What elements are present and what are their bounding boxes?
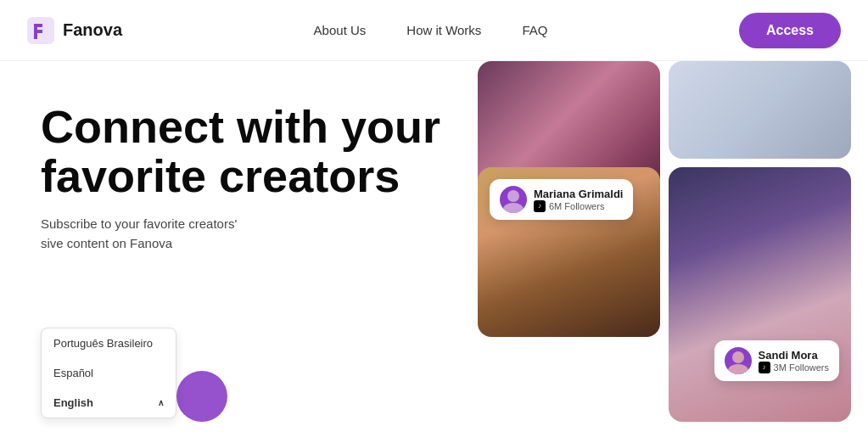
navbar: Fanova About Us How it Works FAQ Access [0,0,868,61]
creator-photo-2 [669,61,851,159]
hero-subtitle-2: sive content on Fanova [41,236,451,250]
creator-name-1: Mariana Grimaldi [534,188,623,200]
creator-info-card-1: Mariana Grimaldi ♪ 6M Followers [490,179,633,220]
fanova-logo-icon [27,17,54,44]
tiktok-icon-2: ♪ [759,362,770,373]
creator-image-1: Mariana Grimaldi ♪ 6M Followers [478,61,660,235]
hero-left: Connect with your favorite creators Subs… [0,61,478,432]
creator-followers-2: ♪ 3M Followers [759,362,829,373]
hero-section: Connect with your favorite creators Subs… [0,61,868,432]
nav-how-it-works[interactable]: How it Works [406,23,481,37]
svg-point-2 [503,203,524,213]
nav-about-us[interactable]: About Us [314,23,367,37]
lang-option-spanish[interactable]: Español [42,358,176,388]
nav-faq[interactable]: FAQ [522,23,547,37]
tiktok-icon-1: ♪ [534,200,546,212]
nav-links: About Us How it Works FAQ [314,23,548,37]
logo-text: Fanova [63,20,122,40]
hero-title: Connect with your favorite creators [41,102,451,201]
creator-details-1: Mariana Grimaldi ♪ 6M Followers [534,188,623,212]
creator-avatar-1 [500,186,527,213]
avatar-silhouette-2 [725,347,752,374]
decorative-circle [176,371,227,422]
creator-info-card-2: Sandi Mora ♪ 3M Followers [714,340,839,381]
creator-details-2: Sandi Mora ♪ 3M Followers [759,349,829,373]
hero-subtitle-1: Subscribe to your favorite creators' [41,216,451,231]
lang-option-portuguese[interactable]: Português Brasileiro [42,328,176,358]
chevron-up-icon: ∧ [158,398,164,407]
lang-option-english[interactable]: English ∧ [42,388,176,418]
svg-point-3 [732,351,744,363]
creator-image-2 [669,61,851,159]
svg-point-1 [507,190,519,202]
svg-point-4 [728,364,748,374]
logo-group: Fanova [27,17,122,44]
access-button[interactable]: Access [739,13,841,48]
creator-avatar-2 [725,347,752,374]
creator-image-4: Sandi Mora ♪ 3M Followers [669,167,851,422]
creator-name-2: Sandi Mora [759,349,829,362]
hero-images: Mariana Grimaldi ♪ 6M Followers [478,61,868,432]
creator-followers-1: ♪ 6M Followers [534,200,623,212]
avatar-silhouette-1 [500,186,527,213]
language-dropdown[interactable]: Português Brasileiro Español English ∧ [41,328,176,418]
creator-photo-4 [669,167,851,422]
